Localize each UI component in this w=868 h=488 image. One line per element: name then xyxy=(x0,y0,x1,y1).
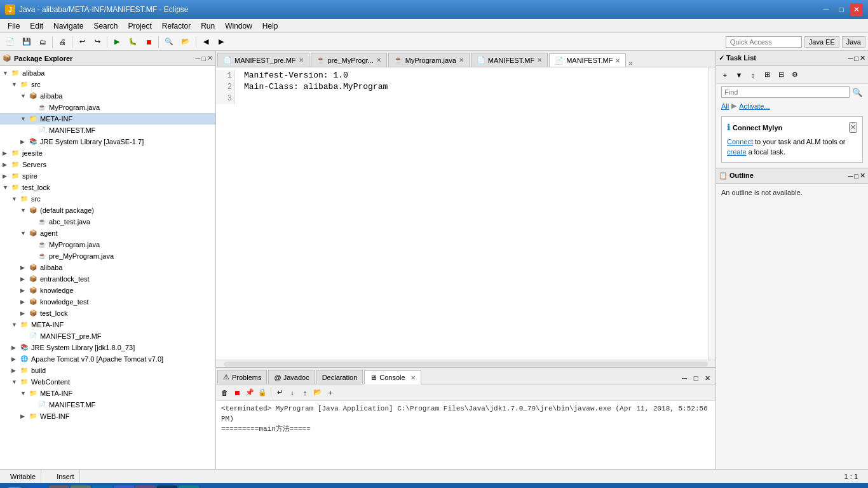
tab-console[interactable]: 🖥 Console ✕ xyxy=(364,370,421,384)
tab-close-button[interactable]: ✕ xyxy=(537,57,542,64)
task-list-close[interactable]: ✕ xyxy=(860,54,865,62)
menu-help[interactable]: Help xyxy=(257,20,283,32)
task-find-input[interactable] xyxy=(721,86,850,98)
save-button[interactable]: 💾 xyxy=(19,35,34,49)
tree-item[interactable]: ☕MyProgram.java xyxy=(0,102,215,113)
new-console-button[interactable]: + xyxy=(325,387,336,398)
taskbar-chrome[interactable]: 🔵 xyxy=(49,485,69,488)
task-sort-button[interactable]: ↕ xyxy=(747,69,759,81)
create-link[interactable]: create xyxy=(727,148,747,156)
clear-console-button[interactable]: 🗑 xyxy=(219,387,230,398)
tab-problems[interactable]: ⚠ Problems xyxy=(217,370,267,384)
console-minimize[interactable]: ─ xyxy=(679,372,690,384)
tree-item[interactable]: ▼📁META-INF xyxy=(0,388,215,399)
tree-arrow[interactable]: ▼ xyxy=(20,207,28,214)
tree-item[interactable]: ▶📦knowledge_test xyxy=(0,296,215,308)
taskbar-ie[interactable]: 🌐 xyxy=(27,485,48,488)
taskbar-paint[interactable]: 🎨 xyxy=(135,485,156,488)
tree-item[interactable]: 📄MANIFEST.MF xyxy=(0,399,215,410)
tree-arrow[interactable]: ▶ xyxy=(11,344,19,351)
java-ee-perspective[interactable]: Java EE xyxy=(804,36,839,48)
pin-button[interactable]: 📌 xyxy=(244,387,255,398)
task-collapse-button[interactable]: ⊟ xyxy=(775,69,787,81)
tree-item[interactable]: ☕abc_test.java xyxy=(0,216,215,227)
taskbar-photoshop[interactable]: 🖼 xyxy=(179,485,199,488)
prev-error-button[interactable]: ↑ xyxy=(299,387,311,398)
tab-overflow[interactable]: » xyxy=(626,59,635,67)
open-type-button[interactable]: 🔍 xyxy=(161,35,177,49)
menu-search[interactable]: Search xyxy=(88,20,123,32)
tree-arrow[interactable]: ▶ xyxy=(20,264,28,271)
open-resource-button[interactable]: 📂 xyxy=(178,35,193,49)
tree-arrow[interactable]: ▼ xyxy=(11,322,19,328)
tree-arrow[interactable]: ▶ xyxy=(20,310,28,316)
tree-item[interactable]: ▼📦agent xyxy=(0,227,215,239)
tree-arrow[interactable]: ▼ xyxy=(20,230,28,236)
tree-item[interactable]: ▼📦(default package) xyxy=(0,205,215,216)
new-button[interactable]: 📄 xyxy=(3,35,18,49)
tree-item[interactable]: ▼📁WebContent xyxy=(0,376,215,388)
java-perspective[interactable]: Java xyxy=(842,36,865,48)
stop-console-button[interactable]: ⏹ xyxy=(231,387,243,398)
menu-window[interactable]: Window xyxy=(220,20,257,32)
console-maximize[interactable]: □ xyxy=(690,372,702,384)
tree-item[interactable]: ▼📦alibaba xyxy=(0,90,215,102)
task-list-minimize[interactable]: ─ xyxy=(848,54,853,62)
undo-button[interactable]: ↩ xyxy=(75,35,89,49)
tab-declaration[interactable]: Declaration xyxy=(316,370,363,384)
stop-button[interactable]: ⏹ xyxy=(142,35,156,49)
tab-close-button[interactable]: ✕ xyxy=(410,374,416,381)
tab-close-button[interactable]: ✕ xyxy=(299,57,304,64)
console-close[interactable]: ✕ xyxy=(702,372,713,384)
editor-content[interactable]: 1 2 3 Manifest-Version: 1.0 Main-Class: … xyxy=(216,67,715,360)
code-area[interactable]: Manifest-Version: 1.0 Main-Class: alibab… xyxy=(244,70,388,357)
tab-javadoc[interactable]: @ Javadoc xyxy=(268,370,315,384)
tree-arrow[interactable]: ▶ xyxy=(20,299,28,305)
outline-maximize[interactable]: □ xyxy=(854,172,858,180)
tree-item[interactable]: ☕MyProgram.java xyxy=(0,239,215,250)
tab-myprogram[interactable]: ☕ MyProgram.java ✕ xyxy=(388,53,470,67)
taskbar-eclipse[interactable]: ☕ xyxy=(114,485,134,488)
tree-item[interactable]: ▶📁Servers xyxy=(0,159,215,170)
tree-item[interactable]: ☕pre_MyProgram.java xyxy=(0,250,215,262)
taskbar-terminal[interactable]: 💻 xyxy=(157,485,177,488)
tree-arrow[interactable]: ▶ xyxy=(20,276,28,282)
tree-arrow[interactable]: ▼ xyxy=(11,196,19,202)
tree-item[interactable]: ▶🌐Apache Tomcat v7.0 [Apache Tomcat v7.0… xyxy=(0,353,215,365)
tree-arrow[interactable]: ▶ xyxy=(3,173,10,179)
tree-arrow[interactable]: ▼ xyxy=(20,93,28,99)
word-wrap-button[interactable]: ↵ xyxy=(274,387,285,398)
tree-item[interactable]: ▶📚JRE System Library [JavaSE-1.7] xyxy=(0,136,215,147)
tree-item[interactable]: ▶📁build xyxy=(0,365,215,376)
task-settings-button[interactable]: ⚙ xyxy=(789,69,801,81)
taskbar-mail[interactable]: ✉ xyxy=(92,485,112,488)
tree-arrow[interactable]: ▼ xyxy=(11,81,19,88)
all-link[interactable]: All xyxy=(721,102,729,110)
menu-refactor[interactable]: Refactor xyxy=(157,20,196,32)
save-all-button[interactable]: 🗂 xyxy=(36,35,50,49)
menu-run[interactable]: Run xyxy=(196,20,220,32)
open-file-button[interactable]: 📂 xyxy=(312,387,323,398)
next-error-button[interactable]: ↓ xyxy=(287,387,298,398)
tree-arrow[interactable]: ▼ xyxy=(11,379,19,385)
connect-link[interactable]: Connect xyxy=(727,138,753,146)
tree-arrow[interactable]: ▶ xyxy=(11,356,19,362)
print-button[interactable]: 🖨 xyxy=(55,35,69,49)
tree-item[interactable]: ▼📁alibaba xyxy=(0,67,215,79)
tree-item[interactable]: ▼📁META-INF xyxy=(0,113,215,125)
tab-manifest-active[interactable]: 📄 MANIFEST.MF ✕ xyxy=(549,53,626,67)
tree-arrow[interactable]: ▼ xyxy=(3,184,10,191)
pe-minimize-button[interactable]: ─ xyxy=(196,54,201,62)
tree-arrow[interactable]: ▶ xyxy=(20,413,28,419)
outline-minimize[interactable]: ─ xyxy=(848,172,853,180)
task-new-button[interactable]: + xyxy=(719,69,731,81)
tab-manifest-pre[interactable]: 📄 MANIFEST_pre.MF ✕ xyxy=(217,53,309,67)
tab-manifest[interactable]: 📄 MANIFEST.MF ✕ xyxy=(471,53,548,67)
forward-button[interactable]: ▶ xyxy=(214,35,228,49)
tab-close-button[interactable]: ✕ xyxy=(459,57,464,64)
maximize-button[interactable]: □ xyxy=(835,3,848,16)
tab-pre-myprogram[interactable]: ☕ pre_MyProgr... ✕ xyxy=(311,53,387,67)
scroll-lock-button[interactable]: 🔒 xyxy=(257,387,268,398)
redo-button[interactable]: ↪ xyxy=(90,35,104,49)
task-list-maximize[interactable]: □ xyxy=(854,54,858,62)
